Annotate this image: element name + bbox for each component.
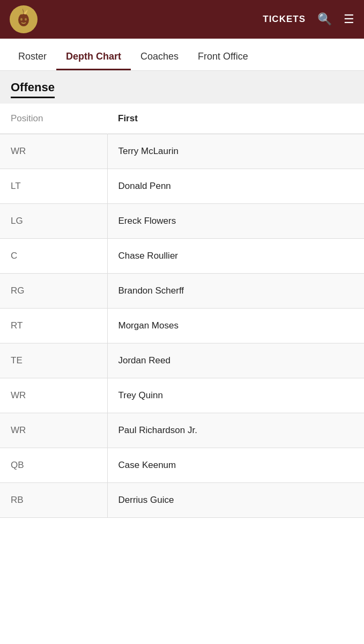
cell-position: C [0, 239, 107, 274]
table-row: WRPaul Richardson Jr. [0, 413, 364, 448]
cell-position: WR [0, 378, 107, 413]
column-header-first: First [107, 104, 364, 134]
tab-roster[interactable]: Roster [9, 51, 56, 70]
cell-position: QB [0, 448, 107, 483]
cell-first: Morgan Moses [107, 309, 364, 343]
cell-position: LT [0, 169, 107, 204]
cell-position: WR [0, 413, 107, 448]
depth-chart-table: Position First WRTerry McLaurinLTDonald … [0, 104, 364, 518]
site-header: TICKETS 🔍 ☰ [0, 0, 364, 39]
table-row: RBDerrius Guice [0, 483, 364, 518]
header-right-nav: TICKETS 🔍 ☰ [263, 12, 354, 26]
cell-first: Trey Quinn [107, 378, 364, 413]
tab-navigation: Roster Depth Chart Coaches Front Office [0, 39, 364, 71]
search-icon[interactable]: 🔍 [317, 12, 332, 26]
cell-position: RG [0, 274, 107, 309]
cell-first: Chase Roullier [107, 239, 364, 274]
cell-first: Terry McLaurin [107, 134, 364, 169]
section-title: Offense [11, 80, 55, 98]
svg-point-3 [25, 18, 27, 21]
table-row: LTDonald Penn [0, 169, 364, 204]
table-row: WRTrey Quinn [0, 378, 364, 413]
table-row: RGBrandon Scherff [0, 274, 364, 309]
table-row: QBCase Keenum [0, 448, 364, 483]
menu-icon[interactable]: ☰ [344, 12, 354, 26]
cell-first: Brandon Scherff [107, 274, 364, 309]
team-logo [10, 5, 38, 33]
redskins-logo-svg [12, 8, 35, 31]
cell-position: WR [0, 134, 107, 169]
table-row: RTMorgan Moses [0, 309, 364, 343]
table-row: CChase Roullier [0, 239, 364, 274]
table-row: TEJordan Reed [0, 343, 364, 378]
cell-position: RB [0, 483, 107, 518]
table-header-row: Position First [0, 104, 364, 134]
tab-coaches[interactable]: Coaches [131, 51, 188, 70]
offense-section-header: Offense [0, 71, 364, 104]
tab-front-office[interactable]: Front Office [188, 51, 258, 70]
column-header-position: Position [0, 104, 107, 134]
svg-point-2 [20, 18, 23, 21]
cell-first: Case Keenum [107, 448, 364, 483]
table-row: LGEreck Flowers [0, 204, 364, 239]
cell-first: Paul Richardson Jr. [107, 413, 364, 448]
cell-position: RT [0, 309, 107, 343]
tickets-link[interactable]: TICKETS [263, 14, 306, 25]
cell-first: Ereck Flowers [107, 204, 364, 239]
table-body: WRTerry McLaurinLTDonald PennLGEreck Flo… [0, 134, 364, 518]
logo-container[interactable] [10, 5, 38, 33]
cell-position: TE [0, 343, 107, 378]
tab-depth-chart[interactable]: Depth Chart [56, 51, 131, 70]
table-row: WRTerry McLaurin [0, 134, 364, 169]
cell-first: Jordan Reed [107, 343, 364, 378]
cell-position: LG [0, 204, 107, 239]
cell-first: Donald Penn [107, 169, 364, 204]
cell-first: Derrius Guice [107, 483, 364, 518]
svg-point-1 [18, 13, 29, 26]
